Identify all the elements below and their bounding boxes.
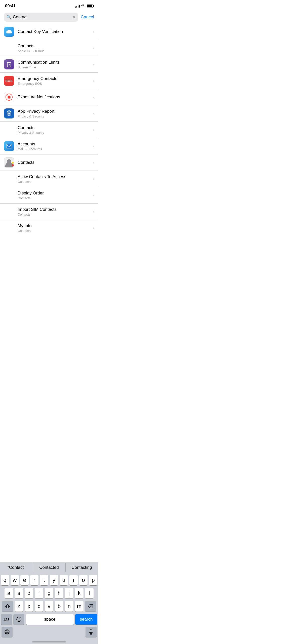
result-title: My Info: [18, 223, 89, 229]
result-title: Communication Limits: [18, 60, 89, 65]
search-bar[interactable]: 🔍 ✕: [4, 13, 78, 22]
result-subtitle: Privacy & Security: [18, 114, 89, 118]
cancel-button[interactable]: Cancel: [81, 15, 94, 20]
result-title: Contact Key Verification: [18, 29, 89, 34]
chevron-right-icon: ›: [93, 226, 94, 230]
icloud-icon: [4, 27, 14, 37]
status-bar: 09:41: [0, 0, 98, 11]
chevron-right-icon: ›: [93, 46, 94, 50]
contacts-app-icon: [4, 157, 14, 168]
empty-icon: [4, 174, 14, 184]
list-item[interactable]: Allow Contacts To Access Contacts ›: [0, 171, 98, 187]
list-item[interactable]: My Info Contacts ›: [0, 220, 98, 236]
list-item[interactable]: Contacts Apple ID → iCloud ›: [0, 40, 98, 56]
list-item[interactable]: Display Order Contacts ›: [0, 187, 98, 204]
exposure-icon: [4, 92, 14, 102]
list-item[interactable]: Exposure Notifications ›: [0, 89, 98, 105]
chevron-right-icon: ›: [93, 128, 94, 132]
list-item[interactable]: App Privacy Report Privacy & Security ›: [0, 105, 98, 122]
chevron-right-icon: ›: [93, 62, 94, 66]
list-item[interactable]: Contact Key Verification ›: [0, 24, 98, 40]
chevron-right-icon: ›: [93, 111, 94, 115]
result-title: Emergency Contacts: [18, 76, 89, 82]
list-item[interactable]: SOS Emergency Contacts Emergency SOS ›: [0, 73, 98, 89]
search-icon: 🔍: [7, 15, 11, 19]
list-item[interactable]: Import SIM Contacts Contacts ›: [0, 204, 98, 220]
chevron-right-icon: ›: [93, 193, 94, 197]
result-subtitle: Screen Time: [18, 65, 89, 69]
status-time: 09:41: [5, 4, 16, 9]
battery-icon: [87, 5, 93, 8]
list-item[interactable]: Communication Limits Screen Time ›: [0, 56, 98, 73]
result-subtitle: Contacts: [18, 180, 89, 184]
chevron-right-icon: ›: [93, 95, 94, 99]
list-item[interactable]: Contacts Privacy & Security ›: [0, 122, 98, 138]
clear-button[interactable]: ✕: [72, 15, 76, 20]
result-title: App Privacy Report: [18, 109, 89, 114]
result-title: Contacts: [18, 43, 89, 49]
chevron-right-icon: ›: [93, 160, 94, 165]
result-title: Contacts: [18, 160, 89, 165]
status-icons: [75, 4, 93, 8]
result-title: Allow Contacts To Access: [18, 174, 89, 180]
chevron-right-icon: ›: [93, 79, 94, 83]
result-title: Import SIM Contacts: [18, 207, 89, 212]
result-subtitle: Mail → Accounts: [18, 147, 89, 151]
list-item[interactable]: Contacts ›: [0, 154, 98, 171]
chevron-right-icon: ›: [93, 144, 94, 148]
empty-icon: [4, 207, 14, 217]
result-title: Exposure Notifications: [18, 94, 89, 100]
svg-rect-2: [6, 144, 12, 148]
empty-icon: [4, 43, 14, 53]
search-input[interactable]: [13, 15, 71, 20]
result-subtitle: Emergency SOS: [18, 82, 89, 86]
results-list: Contact Key Verification › Contacts Appl…: [0, 24, 98, 236]
result-subtitle: Contacts: [18, 229, 89, 233]
result-subtitle: Privacy & Security: [18, 131, 89, 135]
chevron-right-icon: ›: [93, 210, 94, 214]
empty-icon: [4, 190, 14, 200]
search-container: 🔍 ✕ Cancel: [0, 11, 98, 24]
sos-icon: SOS: [4, 76, 14, 86]
empty-icon: [4, 125, 14, 135]
result-subtitle: Contacts: [18, 213, 89, 216]
list-item[interactable]: Accounts Mail → Accounts ›: [0, 138, 98, 154]
signal-icon: [75, 5, 80, 8]
result-title: Contacts: [18, 125, 89, 131]
result-title: Accounts: [18, 141, 89, 147]
result-title: Display Order: [18, 190, 89, 196]
chevron-right-icon: ›: [93, 177, 94, 181]
result-subtitle: Contacts: [18, 196, 89, 200]
chevron-right-icon: ›: [93, 30, 94, 34]
mail-icon: [4, 141, 14, 151]
privacy-icon: [4, 108, 14, 118]
screen-time-icon: [4, 59, 14, 69]
empty-icon: [4, 223, 14, 233]
result-subtitle: Apple ID → iCloud: [18, 49, 89, 53]
wifi-icon: [81, 4, 85, 8]
